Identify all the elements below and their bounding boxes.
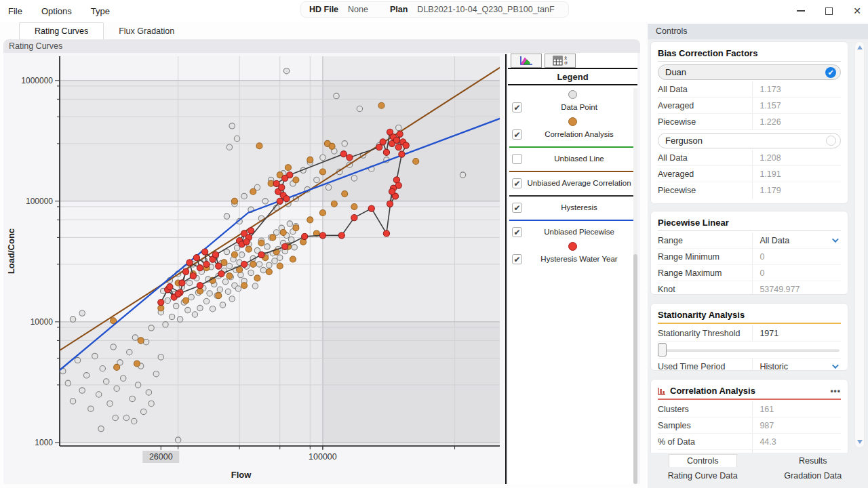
setting-value: 53749.977 [760, 285, 800, 294]
piecewise-value: 1.179 [753, 186, 841, 195]
controls-panel: Controls Bias Correction Factors Duan✔Al… [648, 24, 868, 488]
data-point-checkbox[interactable]: ✔ [512, 102, 522, 113]
range-minimum-value: 0 [753, 252, 841, 262]
legend-title: Legend [508, 69, 637, 85]
bias-method-label: Ferguson [665, 136, 826, 146]
bias-method-duan[interactable]: Duan✔ [658, 64, 841, 80]
unbiased-line-checkbox[interactable] [512, 154, 522, 164]
piecewise-value: 1.226 [753, 117, 841, 127]
legend-toolbar: x̄ σ [508, 53, 637, 69]
radio-unselected-icon[interactable] [826, 136, 836, 146]
y-tick-label: 1000000 [21, 76, 53, 85]
all-data-value: 1.208 [753, 153, 841, 163]
correlation-analysis-checkbox[interactable]: ✔ [512, 129, 522, 140]
menu-item-type[interactable]: Type [91, 6, 110, 16]
panel-tab-controls[interactable]: Controls [648, 454, 758, 467]
x-tick-marker-label[interactable]: 26000 [149, 452, 173, 462]
range-select[interactable]: All Data [753, 236, 841, 245]
bias-correction-card: Bias Correction Factors Duan✔All Data1.1… [650, 41, 848, 204]
averaged-value: 1.191 [753, 169, 841, 179]
knot-value: 53749.977 [753, 285, 841, 294]
hysteresis-checkbox[interactable]: ✔ [512, 203, 522, 213]
plan-info-bar: HD File None Plan DLB2021-10-04_Q230_PB1… [300, 1, 569, 18]
scroll-down-icon[interactable] [857, 440, 863, 444]
setting-label: Piecewise [658, 182, 753, 199]
stats-icon: x̄ σ [564, 56, 568, 65]
tab-rating-curves[interactable]: Rating Curves [19, 22, 104, 39]
close-icon[interactable]: ✕ [853, 6, 861, 16]
used-time-period-select[interactable]: Historic [753, 362, 841, 371]
legend-item-label: Data Point [522, 103, 636, 111]
of-data-value: 44.3 [753, 437, 841, 447]
controls-scrollbar[interactable] [854, 41, 865, 448]
correlation-analysis-marker-icon [568, 117, 577, 126]
data-point-marker-icon [568, 90, 577, 99]
stats-table-button[interactable]: x̄ σ [545, 54, 576, 68]
hysteresis-water-year-checkbox[interactable]: ✔ [512, 254, 522, 264]
piecewise-card-title: Piecewise Linear [658, 216, 841, 231]
rating-curve-plot[interactable]: 100000010000010000100026000100000FlowLoa… [3, 53, 505, 483]
tab-flux-gradation[interactable]: Flux Gradation [104, 23, 189, 39]
stationarity-threshold-value[interactable]: 1971 [753, 329, 841, 338]
legend-item-unbiased-average-correlation: ✔Unbiased Average Correlation [508, 171, 637, 190]
correlation-menu-button[interactable]: ••• [830, 386, 841, 396]
legend-item-label: Unbiased Line [522, 155, 636, 163]
bias-method-ferguson[interactable]: Ferguson [658, 133, 841, 148]
chevron-down-icon [832, 362, 839, 369]
bar-chart-icon [658, 387, 666, 395]
panel-tab-rating-curve-data[interactable]: Rating Curve Data [648, 470, 758, 482]
splitter-handle[interactable] [505, 54, 507, 484]
unbiased-piecewise-checkbox[interactable]: ✔ [512, 227, 522, 237]
setting-value: 0 [760, 268, 764, 278]
hd-file-label: HD File [309, 5, 338, 14]
hysteresis-line-swatch [509, 195, 636, 197]
menu-item-options[interactable]: Options [41, 6, 72, 16]
x-axis-title: Flow [231, 470, 252, 480]
setting-label: Samples [658, 418, 753, 433]
setting-row-piecewise: Piecewise1.179 [658, 182, 841, 199]
setting-label: % of Data [658, 434, 753, 449]
unbiased-average-correlation-line-swatch [509, 171, 636, 172]
legend-item-label: Unbiased Average Correlation [522, 179, 636, 187]
slider-handle[interactable] [658, 343, 667, 357]
setting-value: 987 [760, 421, 774, 430]
rating-curves-pane: Rating Curves 10000001000001000010002600… [3, 39, 640, 484]
used-time-period-row: Used Time Period Historic [658, 358, 841, 371]
scroll-up-icon[interactable] [857, 45, 863, 49]
averaged-value: 1.157 [753, 101, 841, 110]
menu-item-file[interactable]: File [8, 6, 22, 16]
range-maximum-value: 0 [753, 268, 841, 278]
legend-item-data-point: ✔Data Point [508, 88, 637, 114]
window-controls: ✕ [797, 0, 861, 22]
panel-tab-results[interactable]: Results [758, 455, 868, 467]
setting-value: 1.157 [760, 101, 781, 110]
unbiased-average-correlation-checkbox[interactable]: ✔ [512, 178, 522, 188]
setting-row-of-data: % of Data44.3 [658, 434, 841, 450]
stationarity-threshold-slider[interactable] [658, 343, 841, 357]
plot-view-button[interactable] [511, 54, 542, 68]
legend-item-hysteresis-water-year: ✔Hysteresis Water Year [508, 240, 637, 266]
setting-label: Range Minimum [658, 249, 753, 264]
main-tab-strip: Rating CurvesFlux Gradation [0, 22, 644, 39]
legend-scrollbar[interactable] [633, 88, 637, 484]
selected-check-icon[interactable]: ✔ [825, 67, 836, 78]
setting-value[interactable]: All Data [760, 236, 789, 245]
stationarity-card-title: Stationarity Analysis [658, 308, 841, 324]
legend-item-unbiased-line: Unbiased Line [508, 146, 637, 165]
correlation-card-title: Correlation Analysis ••• [658, 384, 841, 400]
legend-item-correlation-analysis: ✔Correlation Analysis [508, 115, 637, 141]
panel-tab-label: Controls [669, 454, 737, 467]
slider-track[interactable] [658, 349, 840, 352]
legend-scrollbar-thumb[interactable] [633, 254, 637, 484]
legend-item-label: Hysteresis [522, 203, 636, 211]
panel-tab-label: Rating Curve Data [650, 470, 755, 482]
setting-row-knot: Knot53749.977 [658, 281, 841, 295]
bias-card-title: Bias Correction Factors [658, 46, 841, 62]
hysteresis-water-year-marker-icon [568, 242, 577, 251]
maximize-icon[interactable] [825, 7, 833, 15]
panel-tab-gradation-data[interactable]: Gradation Data [758, 470, 868, 482]
minimize-icon[interactable] [797, 10, 805, 11]
menu-bar: FileOptionsType [8, 0, 110, 22]
title-bar: FileOptionsType HD File None Plan DLB202… [0, 0, 868, 22]
controls-panel-title: Controls [648, 24, 868, 39]
